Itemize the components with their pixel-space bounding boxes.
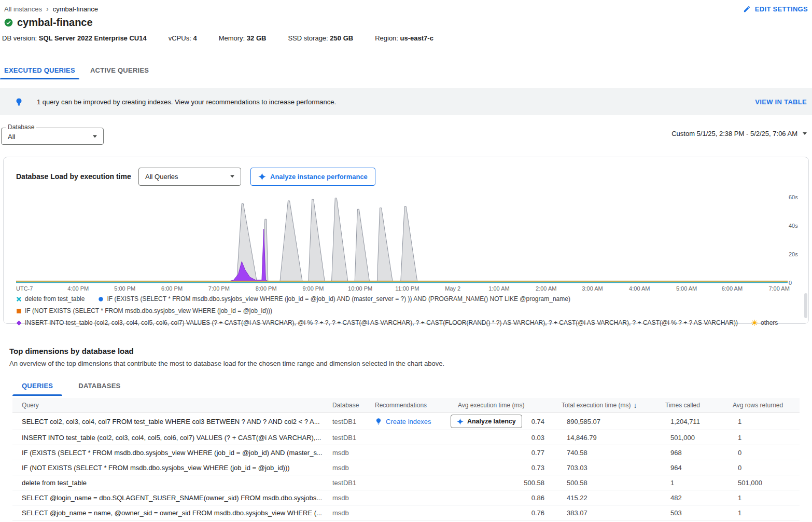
y-tick-label: 40s — [789, 223, 798, 229]
times-called-cell: 968 — [656, 449, 724, 457]
column-header-avg-rows-returned[interactable]: Avg rows returned↓ — [724, 402, 800, 409]
analyze-instance-performance-button[interactable]: Analyze instance performance — [250, 168, 375, 186]
chart-y-axis: 60s40s20s0 — [789, 195, 804, 283]
avg-execution-time-cell: 0.86 — [449, 494, 553, 502]
x-legend-marker-icon — [16, 296, 22, 302]
column-header-query[interactable]: Query↓ — [12, 402, 324, 409]
lightbulb-icon — [15, 98, 23, 106]
legend-item[interactable]: delete from test_table — [16, 295, 85, 303]
avg-execution-time-cell: 0.03 — [449, 434, 553, 442]
dim-tab-databases[interactable]: DATABASES — [69, 377, 130, 396]
breadcrumb-current: cymbal-finance — [53, 5, 98, 13]
query-cell: SELECT col2, col3, col4, col7 FROM test_… — [12, 418, 324, 425]
load-chart-plot[interactable] — [16, 195, 788, 283]
table-row[interactable]: INSERT INTO test_table (col2, col3, col4… — [12, 430, 800, 445]
tab-executed-queries[interactable]: EXECUTED QUERIES — [0, 61, 79, 79]
table-row[interactable]: IF (NOT EXISTS (SELECT * FROM msdb.dbo.s… — [12, 460, 800, 475]
cloud-sql-query-insights-page: All instances › cymbal-finance EDIT SETT… — [0, 0, 812, 522]
analyze-latency-button[interactable]: Analyze latency — [451, 415, 522, 428]
legend-item[interactable]: others — [751, 319, 778, 326]
dim-tab-queries[interactable]: QUERIES — [12, 377, 62, 396]
instance-info: DB version: SQL Server 2022 Enterprise C… — [2, 34, 433, 42]
database-select[interactable]: Database All — [1, 128, 104, 145]
database-load-card: Database Load by execution time All Quer… — [3, 157, 809, 324]
column-header-recommendations[interactable]: Recommendations↓ — [366, 402, 449, 409]
sort-descending-icon: ↓ — [633, 401, 637, 409]
x-tick-label: May 2 — [445, 285, 460, 292]
database-select-value: All — [8, 132, 15, 140]
x-tick-label: 8:00 PM — [256, 285, 277, 292]
query-filter-select[interactable]: All Queries — [138, 168, 241, 186]
x-tick-label: 9:00 PM — [302, 285, 324, 292]
create-indexes-link[interactable]: Create indexes — [386, 418, 431, 425]
x-tick-label: 2:00 AM — [536, 285, 556, 292]
query-cell: SELECT @job_name = name, @owner_sid = ow… — [12, 509, 324, 517]
avg-rows-returned-cell: 1 — [724, 509, 800, 517]
avg-execution-time-cell: 500.58 — [449, 479, 553, 487]
pencil-icon — [743, 5, 751, 13]
instance-info-item: Region: us-east7-c — [375, 34, 433, 42]
chevron-down-icon — [230, 175, 234, 178]
column-header-times-called[interactable]: Times called↓ — [656, 402, 724, 409]
x-tick-label: UTC-7 — [16, 285, 33, 292]
top-dimensions-section: Top dimensions by database load An overv… — [9, 347, 803, 520]
legend-item[interactable]: IF (NOT EXISTS (SELECT * FROM msdb.dbo.s… — [16, 307, 272, 314]
total-execution-time-cell: 703.03 — [553, 464, 656, 472]
spark-icon — [258, 173, 266, 181]
table-row[interactable]: SELECT @login_name = dbo.SQLAGENT_SUSER_… — [12, 490, 800, 505]
instance-title-row: cymbal-finance — [4, 17, 93, 29]
avg-execution-time-cell: 0.77 — [449, 449, 553, 457]
spark-icon — [457, 418, 464, 425]
legend-item[interactable]: IF (EXISTS (SELECT * FROM msdb.dbo.sysjo… — [98, 295, 570, 303]
legend-item[interactable]: INSERT INTO test_table (col2, col3, col4… — [16, 319, 738, 326]
times-called-cell: 1,204,711 — [656, 418, 724, 425]
total-execution-time-cell: 890,585.07 — [553, 418, 656, 425]
table-row[interactable]: SELECT @job_name = name, @owner_sid = ow… — [12, 505, 800, 520]
chevron-right-icon: › — [46, 5, 49, 12]
avg-rows-returned-cell: 0 — [724, 449, 800, 457]
column-header-total-execution-time-ms[interactable]: Total execution time (ms)↓ — [553, 401, 656, 409]
sun-legend-marker-icon — [751, 320, 758, 326]
table-row[interactable]: SELECT col2, col3, col4, col7 FROM test_… — [12, 413, 800, 430]
analyze-instance-performance-label: Analyze instance performance — [270, 173, 368, 181]
total-execution-time-cell: 500.58 — [553, 479, 656, 487]
total-execution-time-cell: 14,846.79 — [553, 434, 656, 442]
database-cell: msdb — [324, 464, 366, 472]
x-tick-label: 6:00 AM — [722, 285, 743, 292]
legend-scrollbar-thumb[interactable] — [804, 293, 807, 318]
times-called-cell: 1 — [656, 479, 724, 487]
column-header-avg-execution-time-ms[interactable]: Avg execution time (ms)↓ — [449, 402, 553, 409]
column-header-database[interactable]: Database↓ — [324, 402, 366, 409]
database-cell: msdb — [324, 509, 366, 517]
view-in-table-link[interactable]: VIEW IN TABLE — [755, 98, 807, 106]
time-range-selector[interactable]: Custom 5/1/25, 2:38 PM - 5/2/25, 7:06 AM — [671, 130, 807, 138]
insight-banner: 1 query can be improved by creating inde… — [0, 88, 812, 115]
avg-execution-time-cell: 0.76 — [449, 509, 553, 517]
edit-settings-button[interactable]: EDIT SETTINGS — [743, 5, 808, 13]
top-dimensions-subtitle: An overview of the top dimensions that c… — [9, 360, 803, 367]
series-baseline-teal — [16, 282, 788, 283]
table-header-row: Query↓Database↓Recommendations↓Avg execu… — [12, 398, 800, 413]
banner-text: 1 query can be improved by creating inde… — [37, 98, 336, 106]
instance-info-item: DB version: SQL Server 2022 Enterprise C… — [2, 34, 147, 42]
load-chart-svg — [16, 195, 788, 283]
chevron-down-icon — [93, 135, 97, 138]
breadcrumb-all-instances[interactable]: All instances — [4, 5, 42, 13]
tab-active-queries[interactable]: ACTIVE QUERIES — [86, 61, 153, 79]
query-filter-value: All Queries — [145, 173, 178, 181]
chart-legend: delete from test_table IF (EXISTS (SELEC… — [16, 295, 796, 326]
lightbulb-icon — [375, 418, 382, 425]
table-row[interactable]: delete from test_table testDB1 500.58 50… — [12, 475, 800, 490]
main-tabs: EXECUTED QUERIESACTIVE QUERIES — [0, 61, 153, 79]
avg-execution-time-cell: 0.73 — [449, 464, 553, 472]
dimension-tabs: QUERIESDATABASES — [12, 377, 803, 396]
times-called-cell: 964 — [656, 464, 724, 472]
recommendations-cell: Create indexes — [366, 418, 449, 425]
instance-healthy-icon — [4, 18, 13, 27]
chevron-down-icon — [803, 132, 807, 135]
database-cell: msdb — [324, 494, 366, 502]
diamond-legend-marker-icon — [16, 320, 22, 326]
x-tick-label: 4:00 PM — [67, 285, 89, 292]
table-row[interactable]: IF (EXISTS (SELECT * FROM msdb.dbo.sysjo… — [12, 445, 800, 460]
total-execution-time-cell: 415.22 — [553, 494, 656, 502]
